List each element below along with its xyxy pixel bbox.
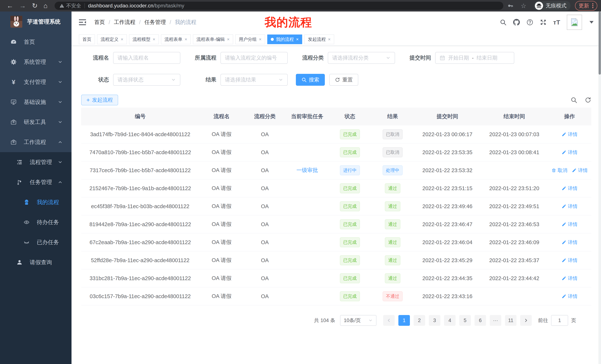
detail-action[interactable]: 详情: [562, 293, 578, 300]
page-size-select[interactable]: 10条/页: [340, 315, 376, 326]
sidebar-item-system[interactable]: 系统管理: [0, 52, 71, 72]
current-task-link[interactable]: 一级审批: [296, 167, 318, 174]
tab-process-form[interactable]: 流程表单×: [161, 35, 191, 44]
table-search-icon[interactable]: [571, 97, 577, 103]
page-button[interactable]: 5: [459, 315, 471, 326]
col-header-actions: 操作: [548, 113, 591, 120]
sidebar-item-my-process[interactable]: 我的流程: [0, 192, 71, 212]
detail-action[interactable]: 详情: [562, 221, 578, 228]
app-logo[interactable]: 芋道管理系统: [0, 11, 71, 32]
browser-home-icon[interactable]: ⌂: [43, 2, 48, 9]
fullscreen-icon[interactable]: [540, 19, 547, 26]
page-button[interactable]: 1: [398, 315, 410, 326]
close-icon[interactable]: ×: [296, 37, 299, 42]
next-page-button[interactable]: [520, 315, 532, 326]
search-icon[interactable]: [500, 19, 506, 26]
gear-icon: [10, 59, 17, 65]
sidebar-item-todo-tasks[interactable]: 待办任务: [0, 212, 71, 232]
scrollbar-thumb[interactable]: [599, 11, 601, 75]
table-refresh-icon[interactable]: [585, 97, 591, 103]
menu-dots-icon[interactable]: [592, 3, 594, 9]
avatar-caret-icon[interactable]: [590, 21, 594, 24]
prev-page-button[interactable]: [383, 315, 395, 326]
total-count: 共 104 条: [314, 317, 335, 324]
tab-process-model[interactable]: 流程模型×: [129, 35, 159, 44]
detail-action[interactable]: 详情: [562, 239, 578, 246]
table-row: ec45f38f-7b9a-11ec-b03b-acde48001122 OA …: [81, 197, 591, 215]
page-button[interactable]: 6: [474, 315, 486, 326]
page-scrollbar[interactable]: [598, 11, 601, 364]
detail-action[interactable]: 详情: [572, 167, 588, 174]
tab-my-process[interactable]: 我的流程×: [267, 35, 302, 44]
breadcrumb-item[interactable]: 首页: [94, 19, 105, 26]
name-filter-input[interactable]: 请输入流程名: [113, 52, 180, 64]
tab-label: 流程表单: [165, 36, 182, 42]
detail-action[interactable]: 详情: [562, 203, 578, 210]
sidebar-item-leave-query[interactable]: 请假查询: [0, 252, 71, 272]
update-button[interactable]: 更新: [575, 1, 597, 10]
result-badge: 通过: [385, 219, 401, 229]
close-icon[interactable]: ×: [121, 37, 123, 42]
browser-forward-icon[interactable]: →: [19, 2, 26, 9]
goto-page-input[interactable]: [551, 315, 568, 326]
sidebar-item-process-mgmt[interactable]: 流程管理: [0, 152, 71, 172]
calendar-icon: [440, 55, 445, 61]
sidebar-item-payment[interactable]: ¥ 支付管理: [0, 72, 71, 92]
definition-filter-input[interactable]: 请输入流程定义的编号: [220, 52, 288, 64]
security-warning[interactable]: 不安全: [60, 2, 81, 9]
sidebar-item-workflow[interactable]: 工作流程: [0, 132, 71, 152]
page-button[interactable]: 3: [429, 315, 440, 326]
category-filter-select[interactable]: 请选择流程分类: [328, 52, 395, 64]
sidebar-item-label: 支付管理: [24, 78, 58, 86]
tab-home[interactable]: 首页: [79, 35, 95, 44]
close-icon[interactable]: ×: [227, 37, 230, 42]
status-filter-select[interactable]: 请选择状态: [113, 74, 180, 86]
page-ellipsis-button[interactable]: ···: [490, 315, 501, 326]
process-id: 331bc281-7b9a-11ec-a290-acde48001122: [81, 275, 199, 281]
submit-time-range-picker[interactable]: 开始日期 - 结束日期: [435, 52, 514, 64]
start-process-button[interactable]: + 发起流程: [81, 95, 118, 105]
detail-action[interactable]: 详情: [562, 131, 578, 138]
edit-pencil-icon: [562, 222, 566, 227]
tab-start-process[interactable]: 发起流程×: [304, 35, 334, 44]
key-icon[interactable]: [507, 3, 513, 9]
bookmark-star-icon[interactable]: ☆: [521, 3, 526, 9]
sidebar-item-infra[interactable]: 基础设施: [0, 92, 71, 112]
detail-action[interactable]: 详情: [562, 149, 578, 156]
tab-user-group[interactable]: 用户分组×: [235, 35, 265, 44]
tab-process-form-edit[interactable]: 流程表单-编辑×: [193, 35, 233, 44]
sidebar-collapse-icon[interactable]: [79, 19, 86, 25]
help-icon[interactable]: [527, 19, 533, 26]
breadcrumb-item[interactable]: 任务管理: [144, 19, 166, 26]
process-category: OA: [244, 167, 286, 173]
detail-action[interactable]: 详情: [562, 185, 578, 192]
detail-action[interactable]: 详情: [562, 257, 578, 264]
sidebar-item-task-mgmt[interactable]: 任务管理: [0, 172, 71, 192]
cancel-action[interactable]: 取消: [551, 167, 567, 174]
close-icon[interactable]: ×: [153, 37, 155, 42]
sidebar-item-devtools[interactable]: 研发工具: [0, 112, 71, 132]
avatar[interactable]: [567, 15, 582, 30]
search-button[interactable]: 搜索: [296, 74, 325, 86]
github-icon[interactable]: [513, 19, 520, 26]
tab-process-definition[interactable]: 流程定义×: [97, 35, 127, 44]
close-icon[interactable]: ×: [185, 37, 187, 42]
browser-reload-icon[interactable]: ↻: [32, 2, 38, 9]
page-button[interactable]: 4: [444, 315, 456, 326]
close-icon[interactable]: ×: [328, 37, 331, 42]
page-button[interactable]: 11: [505, 315, 517, 326]
rabbit-logo-icon: [10, 16, 22, 28]
browser-back-icon[interactable]: ←: [7, 2, 13, 9]
url-path: /bpm/task/my: [153, 3, 184, 9]
col-header-name: 流程名: [199, 113, 244, 120]
result-filter-select[interactable]: 请选择流结果: [220, 74, 288, 86]
close-icon[interactable]: ×: [259, 37, 261, 42]
address-bar[interactable]: 不安全 dashboard.yudao.iocoder.cn /bpm/task…: [55, 2, 503, 10]
detail-action[interactable]: 详情: [562, 275, 578, 282]
font-size-icon[interactable]: ᴛT: [553, 19, 560, 26]
reset-button[interactable]: 重置: [329, 74, 358, 86]
sidebar-item-done-tasks[interactable]: 已办任务: [0, 232, 71, 252]
page-button[interactable]: 2: [414, 315, 425, 326]
breadcrumb-item[interactable]: 工作流程: [114, 19, 135, 26]
sidebar-item-home[interactable]: 首页: [0, 32, 71, 52]
